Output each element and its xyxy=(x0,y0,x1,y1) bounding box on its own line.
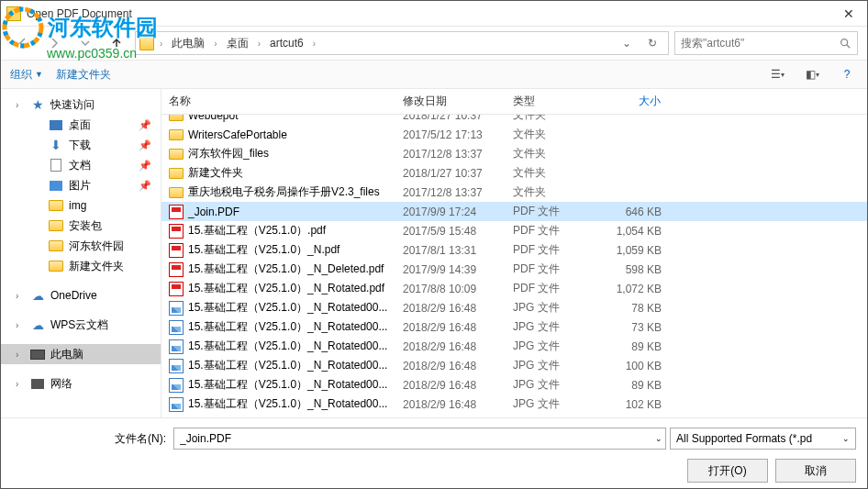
net-icon xyxy=(30,376,45,391)
sidebar-item-8[interactable]: 新建文件夹 xyxy=(1,256,161,276)
folder-icon xyxy=(169,149,184,160)
svg-point-2 xyxy=(841,39,848,46)
folder-icon xyxy=(49,218,63,233)
jpg-icon xyxy=(169,301,184,316)
newfolder-button[interactable]: 新建文件夹 xyxy=(56,67,111,83)
col-size[interactable]: 大小 xyxy=(597,94,689,109)
filename-input[interactable] xyxy=(173,428,666,450)
file-row[interactable]: 15.基础工程（V25.1.0）_N_Rotated00...2018/2/9 … xyxy=(161,395,867,414)
close-button[interactable]: ✕ xyxy=(836,6,862,21)
open-button[interactable]: 打开(O) xyxy=(687,459,768,483)
file-row[interactable]: 15.基础工程（V25.1.0）_N_Rotated00...2018/2/9 … xyxy=(161,298,867,317)
sidebar-item-0[interactable]: ›★快速访问 xyxy=(1,94,161,115)
back-button[interactable] xyxy=(10,30,36,56)
col-type[interactable]: 类型 xyxy=(506,94,597,109)
folder-icon xyxy=(169,187,184,198)
sidebar-item-3[interactable]: 文档📌 xyxy=(1,155,161,175)
search-icon[interactable] xyxy=(839,37,851,50)
help-button[interactable]: ? xyxy=(836,65,858,83)
pin-icon: 📌 xyxy=(139,180,151,192)
file-row[interactable]: _Join.PDF2017/9/9 17:24PDF 文件646 KB xyxy=(161,202,867,221)
desktop-icon xyxy=(49,117,63,132)
cloud-icon: ☁ xyxy=(30,288,45,303)
file-row[interactable]: 15.基础工程（V25.1.0）.pdf2017/5/9 15:48PDF 文件… xyxy=(161,221,867,240)
titlebar: Open PDF Document ✕ xyxy=(1,1,867,27)
file-row[interactable]: 15.基础工程（V25.1.0）_N_Deleted.pdf2017/9/9 1… xyxy=(161,260,867,279)
sidebar-item-5[interactable]: img xyxy=(1,195,161,216)
file-row[interactable]: 15.基础工程（V25.1.0）_N_Rotated00...2018/2/9 … xyxy=(161,337,867,356)
sidebar-item-10[interactable]: ›☁WPS云文档 xyxy=(1,315,161,335)
sidebar-item-2[interactable]: ⬇下载📌 xyxy=(1,135,161,155)
sidebar-item-4[interactable]: 图片📌 xyxy=(1,175,161,195)
pdf-icon xyxy=(169,205,184,219)
footer: 文件名(N): ⌄ All Supported Formats (*.pd ⌄ … xyxy=(1,417,867,489)
file-row[interactable]: 河东软件园_files2017/12/8 13:37文件夹 xyxy=(161,144,867,163)
jpg-icon xyxy=(169,320,184,335)
search-box[interactable] xyxy=(674,31,858,55)
file-row[interactable]: Webdepot2018/1/27 10:37文件夹 xyxy=(161,115,867,125)
breadcrumb[interactable]: › 此电脑 › 桌面 › artcut6 › ⌄ ↻ xyxy=(135,31,669,55)
chevron-right-icon[interactable]: › xyxy=(156,39,166,49)
organize-button[interactable]: 组织 ▼ xyxy=(10,67,43,83)
doc-icon xyxy=(49,158,63,172)
chevron-right-icon[interactable]: › xyxy=(210,39,220,49)
view-button[interactable]: ☰ ▾ xyxy=(766,65,788,83)
file-list[interactable]: Webdepot2018/1/27 10:37文件夹WritersCafePor… xyxy=(161,115,867,417)
window-title: Open PDF Document xyxy=(27,7,836,20)
jpg-icon xyxy=(169,339,184,354)
file-row[interactable]: 15.基础工程（V25.1.0）_N_Rotated00...2018/2/9 … xyxy=(161,317,867,337)
crumb-pc[interactable]: 此电脑 xyxy=(168,36,208,51)
col-date[interactable]: 修改日期 xyxy=(395,94,506,109)
pin-icon: 📌 xyxy=(139,160,151,172)
column-headers: 名称 修改日期 类型 大小 xyxy=(161,89,867,115)
svg-line-3 xyxy=(847,45,851,49)
filter-combo[interactable]: All Supported Formats (*.pd ⌄ xyxy=(670,428,856,450)
file-row[interactable]: 15.基础工程（V25.1.0）_N_Rotated.pdf2017/8/8 1… xyxy=(161,279,867,298)
jpg-icon xyxy=(169,378,184,393)
chevron-right-icon[interactable]: › xyxy=(309,39,319,49)
file-row[interactable]: 15.基础工程（V25.1.0）_N_Rotated00...2018/2/9 … xyxy=(161,356,867,375)
file-row[interactable]: 15.基础工程（V25.1.0）_N_Rotated00...2018/2/9 … xyxy=(161,375,867,395)
crumb-desktop[interactable]: 桌面 xyxy=(223,36,252,51)
sidebar-item-6[interactable]: 安装包 xyxy=(1,216,161,236)
pdf-icon xyxy=(169,262,184,277)
search-input[interactable] xyxy=(681,37,839,50)
pdf-icon xyxy=(169,224,184,239)
col-name[interactable]: 名称 xyxy=(161,94,395,109)
sidebar-item-12[interactable]: ›网络 xyxy=(1,373,161,394)
file-row[interactable]: 重庆地税电子税务局操作手册V2.3_files2017/12/8 13:37文件… xyxy=(161,183,867,202)
sidebar-item-11[interactable]: ›此电脑 xyxy=(1,344,161,364)
filename-label: 文件名(N): xyxy=(1,431,166,447)
pdf-icon xyxy=(169,243,184,258)
folder-icon xyxy=(49,259,63,273)
file-row[interactable]: WritersCafePortable2017/5/12 17:13文件夹 xyxy=(161,125,867,144)
refresh-icon[interactable]: ↻ xyxy=(644,37,661,50)
sidebar-item-1[interactable]: 桌面📌 xyxy=(1,115,161,135)
folder-icon xyxy=(169,168,184,179)
folder-icon xyxy=(139,36,154,50)
sidebar-item-9[interactable]: ›☁OneDrive xyxy=(1,285,161,306)
folder-icon xyxy=(169,129,184,140)
chevron-right-icon[interactable]: › xyxy=(254,39,264,49)
file-row[interactable]: 15.基础工程（V25.1.0）_N.pdf2017/8/1 13:31PDF … xyxy=(161,240,867,260)
sidebar-item-7[interactable]: 河东软件园 xyxy=(1,236,161,256)
file-row[interactable]: 新建文件夹2018/1/27 10:37文件夹 xyxy=(161,163,867,183)
chevron-down-icon[interactable]: ⌄ xyxy=(618,37,635,50)
jpg-icon xyxy=(169,359,184,373)
forward-button[interactable] xyxy=(41,30,67,56)
folder-icon xyxy=(49,239,63,253)
up-button[interactable] xyxy=(104,30,129,56)
pin-icon: 📌 xyxy=(139,119,151,131)
jpg-icon xyxy=(169,397,184,412)
folder-icon xyxy=(169,115,184,121)
star-icon: ★ xyxy=(30,97,45,112)
navbar: › 此电脑 › 桌面 › artcut6 › ⌄ ↻ xyxy=(1,27,867,60)
recent-dropdown[interactable] xyxy=(72,30,98,56)
pdf-icon xyxy=(169,282,184,296)
preview-button[interactable]: ◧ ▾ xyxy=(801,65,823,83)
pin-icon: 📌 xyxy=(139,139,151,151)
pic-icon xyxy=(49,178,63,193)
down-icon: ⬇ xyxy=(49,138,63,152)
cancel-button[interactable]: 取消 xyxy=(775,459,856,483)
crumb-artcut[interactable]: artcut6 xyxy=(266,37,307,50)
